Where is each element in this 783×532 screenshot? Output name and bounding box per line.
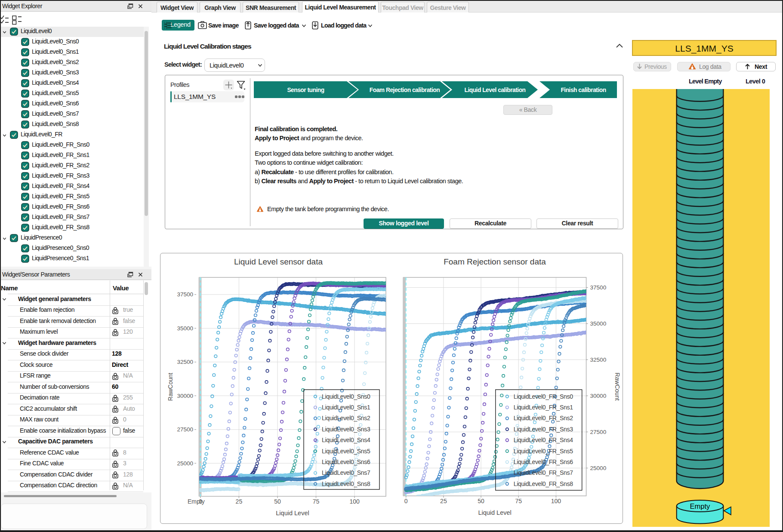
svg-text:LiquidLevel0_FR_Sns7: LiquidLevel0_FR_Sns7 (514, 469, 573, 476)
svg-text:30000: 30000 (590, 393, 607, 399)
svg-text:LiquidLevel0_Sns7: LiquidLevel0_Sns7 (322, 469, 370, 476)
svg-text:50: 50 (478, 498, 484, 504)
svg-text:27500: 27500 (590, 429, 607, 435)
svg-text:LiquidLevel0_Sns2: LiquidLevel0_Sns2 (322, 415, 370, 421)
svg-text:Liquid Level: Liquid Level (478, 509, 511, 516)
svg-text:100: 100 (349, 498, 360, 505)
svg-text:LiquidLevel0_FR_Sns3: LiquidLevel0_FR_Sns3 (514, 426, 573, 433)
svg-text:LiquidLevel0_FR_Sns1: LiquidLevel0_FR_Sns1 (514, 404, 573, 411)
svg-text:LiquidLevel0_Sns0: LiquidLevel0_Sns0 (322, 393, 370, 400)
svg-text:Empty: Empty (188, 498, 205, 505)
svg-text:75: 75 (515, 498, 522, 504)
svg-text:LiquidLevel0_FR_Sns8: LiquidLevel0_FR_Sns8 (514, 480, 573, 487)
svg-text:35000: 35000 (177, 325, 193, 332)
svg-text:RawCount: RawCount (614, 372, 621, 400)
svg-text:Foam Rejection calibration: Foam Rejection calibration (370, 87, 440, 93)
svg-text:25: 25 (440, 498, 447, 504)
svg-text:75: 75 (313, 498, 320, 505)
svg-text:LiquidLevel0_FR_Sns4: LiquidLevel0_FR_Sns4 (514, 437, 573, 443)
svg-text:LiquidLevel0_Sns5: LiquidLevel0_Sns5 (322, 448, 370, 455)
svg-text:RawCount: RawCount (167, 373, 174, 401)
svg-text:27500: 27500 (177, 426, 193, 433)
svg-text:100: 100 (551, 498, 561, 504)
svg-text:Liquid Level sensor data: Liquid Level sensor data (234, 257, 323, 266)
svg-text:LiquidLevel0_FR_Sns0: LiquidLevel0_FR_Sns0 (514, 393, 573, 400)
svg-text:Finish calibration: Finish calibration (561, 87, 606, 93)
svg-text:Foam Rejection sensor data: Foam Rejection sensor data (444, 257, 546, 266)
svg-text:LiquidLevel0_Sns8: LiquidLevel0_Sns8 (322, 480, 370, 487)
svg-text:LiquidLevel0_FR_Sns2: LiquidLevel0_FR_Sns2 (514, 415, 573, 421)
svg-text:30000: 30000 (177, 393, 193, 399)
svg-text:25000: 25000 (590, 465, 607, 471)
svg-text:32500: 32500 (177, 359, 193, 365)
svg-text:25000: 25000 (177, 460, 193, 467)
svg-text:Liquid Level calibration: Liquid Level calibration (464, 87, 525, 93)
svg-text:50: 50 (274, 498, 281, 505)
svg-text:Liquid Level: Liquid Level (276, 510, 309, 517)
svg-text:0: 0 (404, 498, 408, 504)
svg-text:25: 25 (236, 498, 243, 505)
svg-text:Sensor tuning: Sensor tuning (287, 87, 324, 93)
svg-text:Empty: Empty (690, 502, 711, 510)
svg-text:LiquidLevel0_Sns1: LiquidLevel0_Sns1 (322, 404, 370, 411)
svg-text:LiquidLevel0_FR_Sns5: LiquidLevel0_FR_Sns5 (514, 448, 573, 455)
svg-text:LiquidLevel0_Sns4: LiquidLevel0_Sns4 (322, 437, 370, 443)
svg-text:32500: 32500 (590, 357, 607, 363)
svg-text:LiquidLevel0_FR_Sns6: LiquidLevel0_FR_Sns6 (514, 458, 573, 465)
svg-text:LiquidLevel0_Sns3: LiquidLevel0_Sns3 (322, 426, 370, 433)
svg-text:37500: 37500 (177, 291, 193, 298)
svg-text:LiquidLevel0_Sns6: LiquidLevel0_Sns6 (322, 458, 370, 465)
svg-text:35000: 35000 (590, 320, 607, 327)
svg-text:37500: 37500 (590, 284, 607, 291)
